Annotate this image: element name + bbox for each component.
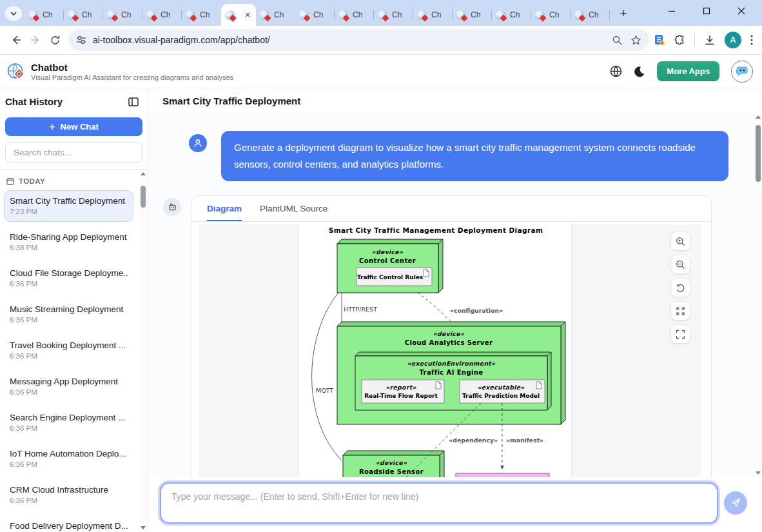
dark-mode-moon-icon[interactable] (634, 66, 645, 77)
scrollbar-thumb[interactable] (756, 125, 761, 182)
assistant-chat-icon[interactable] (731, 61, 753, 83)
browser-tab[interactable]: Ch (64, 4, 103, 26)
svg-text:Cloud Analytics Server: Cloud Analytics Server (405, 339, 493, 346)
browser-tab[interactable]: Ch (256, 4, 295, 26)
browser-menu-icon[interactable] (750, 35, 753, 45)
visual-paradigm-favicon (68, 10, 77, 20)
node-control-center: «device» Control Center Traffic Control … (337, 239, 443, 293)
user-message-row: Generate a deployment diagram to visuali… (189, 131, 728, 181)
user-message-bubble: Generate a deployment diagram to visuali… (221, 131, 728, 181)
svg-text:«executionEnvironment»: «executionEnvironment» (407, 360, 496, 367)
browser-tab[interactable]: Ch (453, 4, 492, 26)
chat-list-item[interactable]: Messaging App Deployment 6:36 PM (4, 371, 133, 402)
scroll-down-arrow[interactable] (756, 471, 761, 475)
svg-text:Traffic Prediction Model: Traffic Prediction Model (462, 393, 540, 399)
visual-paradigm-favicon (338, 10, 348, 20)
browser-tab[interactable]: Ch (335, 4, 374, 26)
message-input[interactable] (160, 482, 718, 524)
tab-diagram[interactable]: Diagram (207, 204, 242, 221)
url-text[interactable]: ai-toolbox.visual-paradigm.com/app/chatb… (93, 35, 604, 45)
browser-tab[interactable]: Ch (295, 4, 335, 26)
browser-toolbar: ai-toolbox.visual-paradigm.com/app/chatb… (0, 26, 762, 55)
bookmark-star-icon[interactable] (630, 35, 641, 46)
downloads-icon[interactable] (704, 34, 716, 46)
chat-list-item[interactable]: Music Streaming Deployment 6:36 PM (4, 299, 133, 330)
close-window-button[interactable] (732, 2, 750, 20)
chat-list-item[interactable]: CRM Cloud Infrastructure 6:36 PM (4, 479, 133, 511)
diagram-controls (670, 232, 690, 344)
visual-paradigm-favicon (574, 10, 584, 20)
extensions-puzzle-icon[interactable] (674, 34, 685, 46)
scroll-down-arrow[interactable] (141, 526, 146, 529)
expand-button[interactable] (670, 301, 690, 320)
visual-paradigm-favicon (225, 10, 235, 20)
app-tagline: Visual Paradigm AI Assistant for creatin… (31, 74, 233, 81)
browser-tab[interactable]: Ch (374, 4, 413, 26)
svg-text:«device»: «device» (433, 330, 465, 337)
send-button[interactable] (724, 491, 747, 515)
browser-tab[interactable]: Ch (24, 4, 64, 26)
profile-avatar[interactable]: A (725, 32, 741, 48)
edge-label-configuration: «configuration» (450, 307, 503, 314)
chat-list: TODAY Smart City Traffic Deployment 7:23… (0, 169, 148, 532)
maximize-button[interactable] (698, 2, 716, 20)
more-apps-button[interactable]: More Apps (657, 61, 719, 81)
svg-text:Traffic Control Rules: Traffic Control Rules (357, 274, 423, 281)
edge-label-mqtt: MQTT (316, 387, 333, 394)
visual-paradigm-favicon (260, 10, 269, 20)
tab-search-button[interactable] (5, 6, 22, 21)
collapse-sidebar-icon[interactable] (128, 97, 139, 106)
pinned-extension-icon[interactable] (654, 34, 665, 46)
visual-paradigm-favicon (146, 10, 156, 20)
browser-tab-active[interactable]: ✕ (221, 4, 256, 26)
svg-text:«executable»: «executable» (477, 384, 525, 391)
chat-list-item[interactable]: Cloud File Storage Deployme... 6:36 PM (4, 262, 133, 294)
browser-tab[interactable]: Ch (413, 4, 453, 26)
zoom-out-button[interactable] (670, 255, 690, 274)
new-chat-button[interactable]: +New Chat (5, 117, 142, 136)
tab-close-icon[interactable]: ✕ (243, 10, 252, 19)
site-settings-icon[interactable] (76, 35, 86, 44)
sidebar-scrollbar[interactable] (139, 170, 147, 532)
reload-button[interactable] (45, 30, 64, 50)
browser-tab[interactable]: Ch (142, 4, 182, 26)
chat-list-item[interactable]: Ride-Sharing App Deployment 6:38 PM (4, 226, 133, 258)
tab-plantuml-source[interactable]: PlantUML Source (260, 204, 327, 221)
zoom-in-button[interactable] (670, 232, 690, 251)
visual-paradigm-favicon (299, 10, 309, 20)
assistant-avatar (163, 198, 181, 216)
reset-view-button[interactable] (670, 278, 690, 297)
search-chats-input[interactable] (5, 142, 142, 163)
scrollbar-thumb[interactable] (141, 186, 146, 208)
fullscreen-button[interactable] (670, 324, 690, 344)
new-tab-button[interactable]: + (615, 5, 632, 22)
page-title: Smart City Traffic Deployment (148, 88, 762, 113)
browser-tab[interactable]: Ch (182, 4, 221, 26)
send-paper-plane-icon (730, 497, 741, 508)
browser-tab[interactable]: Ch (571, 4, 610, 26)
scroll-up-arrow[interactable] (756, 115, 761, 119)
scroll-up-arrow[interactable] (141, 172, 146, 175)
language-globe-icon[interactable] (610, 65, 622, 77)
toolbar-actions: A (654, 32, 756, 48)
chat-list-item[interactable]: Smart City Traffic Deployment 7:23 PM (4, 190, 133, 222)
browser-tab[interactable]: Ch (103, 4, 142, 26)
chat-list-item[interactable]: IoT Home Automation Deplo... 6:36 PM (4, 443, 133, 475)
browser-tab[interactable]: Ch (492, 4, 531, 26)
forward-button[interactable] (26, 30, 45, 50)
address-bar[interactable]: ai-toolbox.visual-paradigm.com/app/chatb… (68, 29, 649, 51)
minimize-button[interactable] (663, 2, 681, 20)
back-button[interactable] (6, 30, 26, 50)
browser-tab[interactable]: Ch (531, 4, 571, 26)
main-scrollbar[interactable] (754, 113, 762, 477)
diagram-viewport[interactable]: Smart City Traffic Management Deployment… (199, 224, 701, 477)
visual-paradigm-favicon (378, 10, 387, 20)
chat-list-item[interactable]: Food Delivery Deployment D... (4, 515, 133, 532)
edge-label-http: HTTP/REST (344, 306, 377, 313)
node-purple-artifact (456, 473, 549, 477)
chat-list-item[interactable]: Travel Booking Deployment ... 6:36 PM (4, 335, 133, 366)
svg-text:«device»: «device» (376, 459, 407, 466)
zoom-page-icon[interactable] (612, 35, 623, 46)
visual-paradigm-favicon (417, 10, 427, 20)
chat-list-item[interactable]: Search Engine Deployment ... 6:36 PM (4, 407, 133, 438)
